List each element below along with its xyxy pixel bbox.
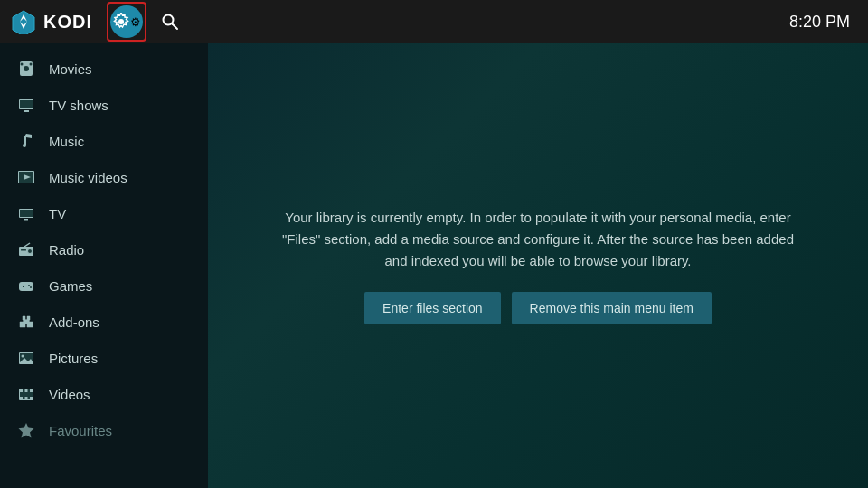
- sidebar: Movies TV shows Music Music videos TV: [0, 43, 208, 488]
- svg-rect-35: [20, 389, 23, 392]
- svg-rect-22: [21, 249, 26, 251]
- svg-marker-41: [19, 423, 34, 438]
- sidebar-item-add-ons[interactable]: Add-ons: [0, 304, 208, 340]
- sidebar-item-music[interactable]: Music: [0, 123, 208, 159]
- main-layout: Movies TV shows Music Music videos TV: [0, 43, 868, 488]
- svg-rect-12: [24, 110, 29, 112]
- search-icon: [161, 13, 179, 31]
- sidebar-label-tv-shows: TV shows: [49, 98, 108, 113]
- radio-icon: [16, 239, 36, 259]
- games-icon: [16, 276, 36, 296]
- svg-point-9: [21, 63, 24, 66]
- content-action-buttons: Enter files section Remove this main men…: [276, 292, 800, 324]
- svg-rect-19: [24, 219, 28, 221]
- svg-rect-39: [25, 397, 28, 399]
- sidebar-item-tv[interactable]: TV: [0, 195, 208, 231]
- topbar-actions: ⚙: [107, 2, 186, 42]
- favourites-icon: [16, 420, 36, 440]
- settings-btn-wrapper: ⚙: [107, 2, 146, 42]
- svg-line-7: [173, 24, 178, 30]
- search-button[interactable]: [154, 5, 186, 38]
- sidebar-label-music: Music: [49, 134, 84, 149]
- sidebar-item-pictures[interactable]: Pictures: [0, 340, 208, 376]
- tv-icon: [16, 203, 36, 223]
- svg-rect-13: [20, 100, 33, 108]
- sidebar-item-movies[interactable]: Movies: [0, 51, 208, 87]
- svg-point-21: [28, 249, 33, 254]
- svg-rect-18: [20, 210, 33, 217]
- movies-icon: [16, 59, 36, 79]
- enter-files-button[interactable]: Enter files section: [364, 292, 501, 324]
- gear-icon: [112, 13, 130, 31]
- svg-line-23: [24, 243, 30, 247]
- svg-point-8: [24, 66, 29, 71]
- clock: 8:20 PM: [789, 13, 850, 32]
- sidebar-item-videos[interactable]: Videos: [0, 376, 208, 412]
- sidebar-label-radio: Radio: [49, 242, 84, 258]
- music-videos-icon: [16, 167, 36, 187]
- sidebar-item-games[interactable]: Games: [0, 267, 208, 304]
- svg-rect-40: [30, 397, 33, 399]
- kodi-icon: [11, 9, 36, 34]
- svg-rect-38: [20, 397, 23, 399]
- library-empty-message: Your library is currently empty. In orde…: [276, 207, 800, 272]
- svg-point-10: [30, 63, 33, 66]
- remove-menu-item-button[interactable]: Remove this main menu item: [512, 292, 712, 324]
- app-logo: KODI: [11, 9, 92, 34]
- sidebar-label-pictures: Pictures: [49, 351, 98, 366]
- svg-point-5: [119, 20, 124, 24]
- sidebar-item-favourites[interactable]: Favourites: [0, 412, 208, 448]
- svg-point-31: [22, 355, 24, 358]
- add-ons-icon: [16, 312, 36, 332]
- topbar: KODI ⚙ 8:20 PM: [0, 0, 868, 43]
- svg-marker-0: [13, 11, 34, 34]
- sidebar-label-movies: Movies: [49, 61, 92, 77]
- sidebar-label-favourites: Favourites: [49, 423, 112, 438]
- music-icon: [16, 131, 36, 151]
- svg-point-27: [28, 285, 30, 286]
- svg-rect-37: [30, 389, 33, 392]
- app-title: KODI: [43, 12, 92, 33]
- svg-point-28: [30, 286, 32, 288]
- svg-rect-36: [25, 389, 28, 392]
- library-empty-card: Your library is currently empty. In orde…: [258, 189, 818, 343]
- settings-button[interactable]: ⚙: [110, 5, 143, 38]
- sidebar-item-radio[interactable]: Radio: [0, 231, 208, 267]
- videos-icon: [16, 384, 36, 404]
- content-area: Your library is currently empty. In orde…: [208, 43, 868, 488]
- svg-rect-24: [19, 282, 33, 291]
- sidebar-label-games: Games: [49, 278, 92, 294]
- sidebar-item-music-videos[interactable]: Music videos: [0, 159, 208, 195]
- sidebar-item-tv-shows[interactable]: TV shows: [0, 87, 208, 123]
- sidebar-label-tv: TV: [49, 206, 66, 221]
- pictures-icon: [16, 348, 36, 368]
- sidebar-label-music-videos: Music videos: [49, 170, 127, 185]
- sidebar-label-add-ons: Add-ons: [49, 314, 99, 330]
- sidebar-label-videos: Videos: [49, 387, 90, 402]
- tv-shows-icon: [16, 95, 36, 115]
